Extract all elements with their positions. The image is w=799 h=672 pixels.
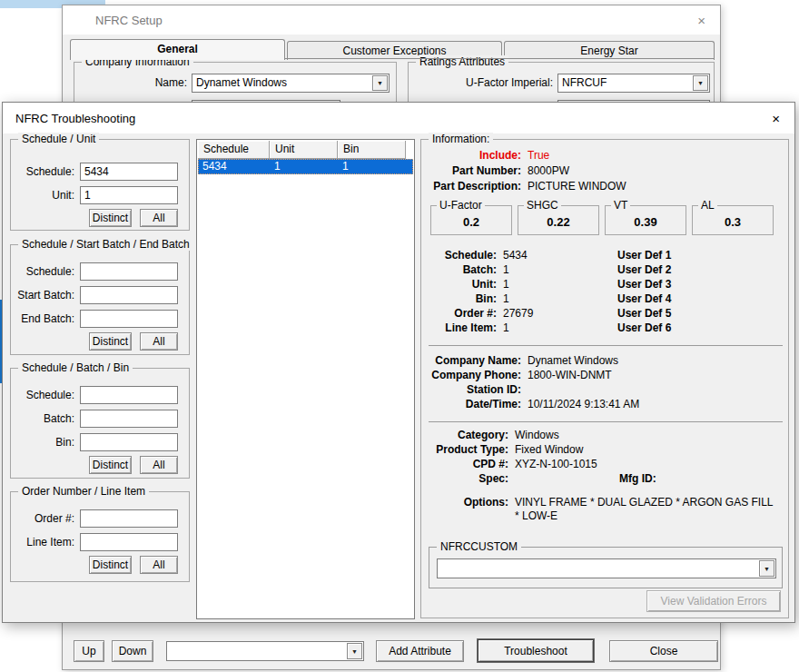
order-number-label: Order #:	[11, 512, 74, 525]
all-button[interactable]: All	[140, 456, 178, 474]
nfrc-troubleshooting-dialog: NFRC Troubleshooting × Schedule / Unit S…	[2, 102, 795, 623]
start-batch-input[interactable]	[80, 286, 178, 304]
end-batch-input[interactable]	[80, 310, 178, 328]
up-button[interactable]: Up	[74, 640, 104, 662]
batch-label: Batch:	[11, 412, 74, 425]
batch-input[interactable]	[80, 410, 178, 428]
options-row: Options: VINYL FRAME * DUAL GLAZED * ARG…	[421, 496, 788, 525]
company-name-combo[interactable]: Dynamet Windows ▼	[192, 74, 390, 93]
column-header-bin[interactable]: Bin	[338, 141, 406, 159]
tab-energy-star[interactable]: Energy Star	[504, 41, 715, 60]
column-header-unit[interactable]: Unit	[270, 141, 338, 159]
user-def-6-label: User Def 6	[617, 321, 671, 334]
category-label: Category:	[421, 429, 508, 443]
station-id-row: Station ID:	[421, 383, 788, 398]
spec-mfg-row: Spec: Mfg ID:	[421, 472, 788, 487]
schedule-input[interactable]	[80, 386, 178, 404]
part-description-value: PICTURE WINDOW	[528, 180, 626, 195]
company-name-value: Dynamet Windows	[528, 354, 618, 369]
detail-batch-label: Batch:	[421, 263, 497, 278]
down-button[interactable]: Down	[112, 640, 153, 662]
schedule-batch-bin-legend: Schedule / Batch / Bin	[18, 361, 133, 374]
user-def-5-label: User Def 5	[617, 307, 671, 320]
end-batch-label: End Batch:	[11, 312, 74, 325]
attribute-combo[interactable]: ▼	[166, 641, 364, 661]
detail-unit-value: 1	[503, 278, 509, 292]
order-number-input[interactable]	[80, 509, 178, 528]
ufactor-imperial-label: U-Factor Imperial:	[409, 76, 553, 89]
company-phone-row: Company Phone: 1800-WIN-DNMT	[421, 369, 788, 383]
schedule-input[interactable]	[80, 163, 178, 181]
detail-row: Batch: 1 User Def 2	[421, 263, 788, 278]
part-description-label: Part Description:	[421, 180, 521, 195]
add-attribute-button[interactable]: Add Attribute	[376, 640, 464, 662]
nfrccustom-legend: NFRCCUSTOM	[437, 540, 521, 553]
bin-label: Bin:	[11, 436, 74, 449]
ufactor-rating-legend: U-Factor	[437, 199, 485, 212]
cpd-number-row: CPD #: XYZ-N-100-1015	[421, 458, 788, 472]
nfrccustom-combo[interactable]: ▼	[437, 558, 776, 578]
detail-bin-label: Bin:	[421, 292, 497, 307]
company-name-row: Company Name: Dynamet Windows	[421, 354, 788, 369]
close-icon[interactable]: ×	[697, 14, 705, 27]
distinct-button[interactable]: Distinct	[89, 209, 132, 227]
all-button[interactable]: All	[140, 556, 178, 574]
detail-order-value: 27679	[503, 307, 533, 321]
detail-order-label: Order #:	[421, 307, 497, 321]
line-item-label: Line Item:	[11, 536, 74, 548]
nfrc-troubleshooting-titlebar: NFRC Troubleshooting ×	[3, 103, 794, 133]
schedule-list[interactable]: Schedule Unit Bin 5434 1 1	[196, 139, 415, 619]
chevron-down-icon[interactable]: ▼	[347, 643, 362, 659]
include-value: True	[528, 149, 549, 164]
column-header-schedule[interactable]: Schedule	[198, 141, 270, 159]
line-item-input[interactable]	[80, 533, 178, 551]
troubleshoot-button[interactable]: Troubleshoot	[478, 639, 594, 662]
part-number-value: 8000PW	[528, 164, 569, 180]
company-name-combo-value: Dynamet Windows	[196, 76, 370, 89]
mfg-id-label: Mfg ID:	[619, 472, 656, 485]
detail-schedule-value: 5434	[503, 249, 528, 263]
distinct-button[interactable]: Distinct	[89, 456, 132, 474]
information-group: Information: Include: True Part Number: …	[420, 139, 789, 618]
detail-row: Schedule: 5434 User Def 1	[421, 249, 788, 263]
user-def-3-label: User Def 3	[617, 278, 671, 291]
station-id-label: Station ID:	[421, 383, 521, 398]
chevron-down-icon[interactable]: ▼	[759, 560, 774, 577]
chevron-down-icon[interactable]: ▼	[693, 75, 708, 91]
view-validation-errors-button[interactable]: View Validation Errors	[646, 590, 781, 612]
product-type-row: Product Type: Fixed Window	[421, 443, 788, 458]
schedule-input[interactable]	[80, 262, 178, 281]
detail-row: Line Item: 1 User Def 6	[421, 321, 788, 336]
ufactor-imperial-combo-value: NFRCUF	[562, 76, 691, 89]
category-value: Windows	[515, 429, 559, 443]
options-value: VINYL FRAME * DUAL GLAZED * ARGON GAS FI…	[515, 496, 780, 525]
detail-bin-value: 1	[503, 292, 509, 307]
chevron-down-icon[interactable]: ▼	[372, 75, 388, 91]
all-button[interactable]: All	[140, 332, 178, 351]
distinct-button[interactable]: Distinct	[89, 556, 132, 574]
shgc-rating-value: 0.22	[518, 215, 598, 229]
schedule-batch-bin-group: Schedule / Batch / Bin Schedule: Batch: …	[10, 368, 190, 479]
cpd-number-label: CPD #:	[421, 458, 508, 472]
close-icon[interactable]: ×	[772, 112, 780, 125]
detail-line-item-value: 1	[503, 321, 509, 336]
bin-input[interactable]	[80, 433, 178, 451]
ufactor-imperial-combo[interactable]: NFRCUF ▼	[557, 74, 710, 93]
unit-input[interactable]	[80, 186, 178, 204]
detail-row: Order #: 27679 User Def 5	[421, 307, 788, 321]
table-row-selected[interactable]: 5434 1 1	[198, 159, 413, 174]
divider	[429, 345, 783, 346]
company-name-label: Name:	[74, 76, 187, 89]
detail-row: Bin: 1 User Def 4	[421, 292, 788, 307]
close-button[interactable]: Close	[609, 640, 718, 662]
company-phone-value: 1800-WIN-DNMT	[528, 369, 612, 383]
order-number-line-item-legend: Order Number / Line Item	[18, 485, 149, 498]
start-batch-label: Start Batch:	[11, 289, 74, 301]
product-type-label: Product Type:	[421, 443, 508, 458]
tab-general[interactable]: General	[70, 39, 285, 60]
all-button[interactable]: All	[140, 209, 178, 227]
distinct-button[interactable]: Distinct	[89, 332, 132, 351]
schedule-unit-legend: Schedule / Unit	[18, 133, 99, 145]
detail-schedule-label: Schedule:	[421, 249, 497, 263]
part-description-row: Part Description: PICTURE WINDOW	[421, 180, 788, 195]
